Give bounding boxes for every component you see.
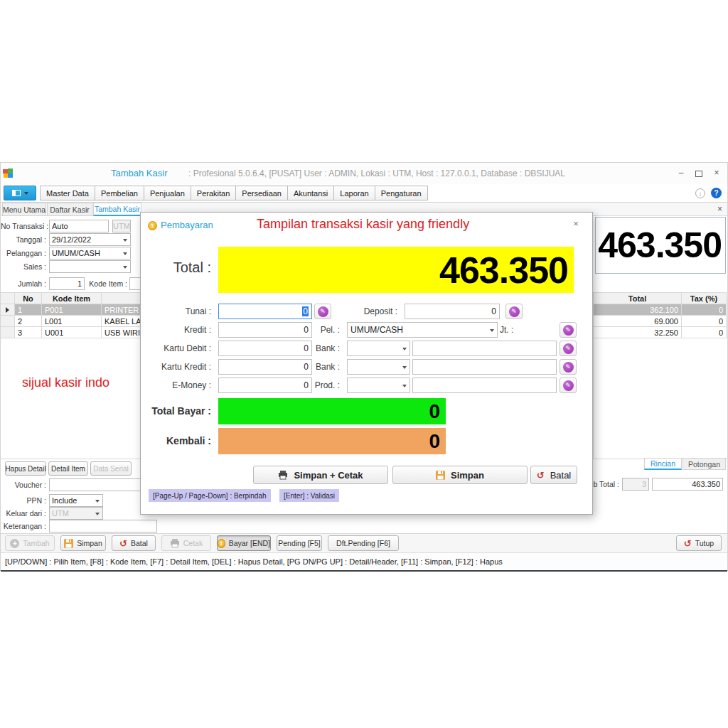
- deposit-edit-button[interactable]: ✎: [505, 304, 523, 319]
- help-icon[interactable]: ?: [711, 188, 722, 198]
- cell-total: 69.000: [593, 316, 682, 327]
- dft-pending-button[interactable]: Dft.Pending [F6]: [328, 535, 399, 551]
- dialog-close-icon[interactable]: ×: [570, 218, 582, 229]
- menu-master-data[interactable]: Master Data: [40, 186, 95, 200]
- tanggal-dropdown[interactable]: 29/12/2022: [49, 233, 131, 246]
- table-row[interactable]: 32.250 0: [593, 327, 727, 338]
- batal-button[interactable]: ↺Batal: [112, 535, 156, 551]
- cell-kode: U001: [42, 327, 102, 338]
- table-row[interactable]: 3 U001 USB WIRI: [1, 327, 141, 338]
- bank-kredit-dropdown[interactable]: [347, 359, 410, 375]
- menu-persediaan[interactable]: Persediaan: [235, 186, 288, 200]
- floppy-icon: [436, 471, 445, 480]
- bank-debit-detail-input[interactable]: [412, 341, 557, 356]
- app-window: Tambah Kasir : Profesional 5.0.6.4, [PUS…: [0, 162, 728, 571]
- menu-pembelian[interactable]: Pembelian: [95, 186, 144, 200]
- jumlah-input[interactable]: 1: [49, 277, 85, 290]
- tab-menu-utama[interactable]: Menu Utama: [2, 203, 46, 216]
- table-row[interactable]: 2 L001 KABEL LA: [1, 316, 141, 327]
- tunai-input[interactable]: 0: [218, 304, 312, 319]
- tab-potongan[interactable]: Potongan: [682, 458, 726, 470]
- sub-total-qty: 3: [622, 478, 649, 491]
- restore-icon[interactable]: [692, 167, 705, 178]
- col-header-no[interactable]: No: [15, 292, 42, 304]
- tunai-label: Tunai :: [141, 306, 215, 316]
- app-icon: [3, 168, 14, 179]
- ppn-dropdown[interactable]: Include: [49, 494, 103, 507]
- emoney-edit-button[interactable]: ✎: [560, 378, 577, 393]
- bayar-button[interactable]: 1Bayar [END]: [217, 535, 271, 551]
- items-table-header: No Kode Item: [1, 292, 141, 304]
- kartu-kredit-label: Kartu Kredit :: [141, 362, 215, 372]
- prod-dropdown[interactable]: [347, 378, 410, 393]
- tanggal-label: Tanggal :: [1, 235, 46, 244]
- pending-button[interactable]: Pending [F5]: [277, 535, 322, 551]
- voucher-label: Voucher :: [1, 481, 46, 489]
- row-header-cell: [1, 292, 15, 304]
- undo-icon: ↺: [119, 539, 127, 548]
- simpan-cetak-button[interactable]: Simpan + Cetak: [253, 466, 388, 484]
- main-menu-button[interactable]: [4, 186, 36, 200]
- table-row[interactable]: 1 P001 PRINTER: [1, 304, 141, 316]
- window-bottom-edge: [1, 570, 727, 572]
- tutup-button[interactable]: ↺Tutup: [676, 535, 722, 551]
- pencil-icon: ✎: [563, 343, 574, 354]
- col-header-total[interactable]: Total: [593, 292, 682, 304]
- window-controls: – ×: [675, 167, 723, 178]
- deposit-input[interactable]: 0: [405, 304, 500, 319]
- hapus-detail-button[interactable]: Hapus Detail: [5, 461, 46, 476]
- tab-tambah-kasir[interactable]: Tambah Kasir: [93, 203, 141, 216]
- keterangan-input[interactable]: [49, 520, 157, 532]
- jt-label: Jt. :: [500, 325, 523, 335]
- download-icon[interactable]: ↓: [695, 188, 705, 198]
- menu-perakitan[interactable]: Perakitan: [191, 186, 236, 200]
- menu-akuntansi[interactable]: Akuntansi: [287, 186, 334, 200]
- window-title-app: Tambah Kasir: [111, 168, 167, 178]
- table-row[interactable]: 69.000 0: [593, 316, 727, 327]
- chevron-down-icon: [402, 348, 407, 350]
- cell-no: 2: [15, 316, 42, 327]
- batal-button[interactable]: ↺ Batal: [530, 466, 577, 484]
- total-label: Total :: [141, 259, 215, 276]
- pelanggan-dropdown[interactable]: UMUM/CASH: [49, 247, 131, 259]
- simpan-button[interactable]: Simpan: [60, 535, 106, 551]
- totals-table-header: Total Tax (%): [593, 292, 727, 304]
- table-row[interactable]: 362.100 0: [593, 304, 727, 316]
- dialog-title: Pembayaran: [161, 220, 213, 230]
- minimize-icon[interactable]: –: [675, 167, 687, 178]
- menu-laporan[interactable]: Laporan: [333, 186, 375, 200]
- menu-penjualan[interactable]: Penjualan: [144, 186, 191, 200]
- pelanggan-label: Pelanggan :: [1, 249, 46, 257]
- col-header-nama[interactable]: [102, 292, 141, 304]
- chevron-down-icon: [24, 192, 28, 195]
- no-transaksi-input[interactable]: Auto: [49, 220, 109, 232]
- pel-label: Pel. :: [269, 325, 343, 335]
- kartu-kredit-edit-button[interactable]: ✎: [560, 359, 577, 375]
- bank-kredit-detail-input[interactable]: [412, 359, 557, 375]
- tab-rincian[interactable]: Rincian: [644, 458, 682, 470]
- simpan-button[interactable]: Simpan: [392, 466, 528, 484]
- pel-dropdown[interactable]: UMUM/CASH: [347, 322, 498, 338]
- bank-debit-dropdown[interactable]: [347, 341, 410, 356]
- close-icon[interactable]: ×: [710, 167, 723, 178]
- total-display: 463.350: [218, 247, 574, 293]
- prod-detail-input[interactable]: [412, 378, 557, 393]
- total-bayar-display: 0: [218, 398, 446, 424]
- kredit-edit-button[interactable]: ✎: [560, 322, 577, 338]
- detail-item-button[interactable]: Detail Item: [48, 461, 88, 476]
- col-header-tax[interactable]: Tax (%): [682, 292, 727, 304]
- tab-close-icon[interactable]: ×: [717, 204, 722, 214]
- coin-icon: 1: [218, 539, 225, 548]
- cell-no: 1: [15, 304, 42, 316]
- tab-daftar-kasir[interactable]: Daftar Kasir: [47, 203, 92, 216]
- window-icon: [12, 190, 21, 196]
- cell-nama: USB WIRI: [102, 327, 141, 338]
- keluar-dari-dropdown: UTM: [49, 507, 103, 520]
- kartu-debit-edit-button[interactable]: ✎: [560, 341, 577, 356]
- col-header-kode-item[interactable]: Kode Item: [42, 292, 102, 304]
- pencil-icon: ✎: [563, 380, 574, 391]
- menu-pengaturan[interactable]: Pengaturan: [375, 186, 428, 200]
- undo-icon: ↺: [684, 539, 692, 548]
- sales-dropdown[interactable]: [49, 260, 131, 273]
- kode-item-label: Kode Item :: [89, 279, 127, 288]
